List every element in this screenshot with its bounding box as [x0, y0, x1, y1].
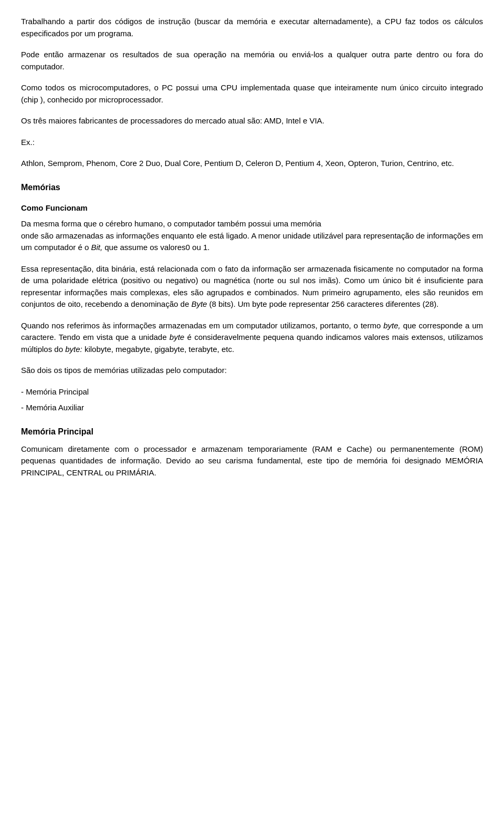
section-memorias-text: Memórias: [21, 183, 60, 192]
section-memoria-principal-heading: Memória Principal: [21, 426, 483, 438]
para7b-span: que assume os valores0 ou 1.: [104, 243, 209, 252]
para9-text: Quando nos referimos às informações arma…: [21, 320, 483, 356]
para9-main-span: Quando nos referimos às informações arma…: [21, 321, 381, 330]
para7-span: onde são armazenadas as informações enqu…: [21, 231, 483, 252]
paragraph-1: Trabalhando a partir dos códigos de inst…: [21, 16, 483, 39]
para3-text: Como todos os microcomputadores, o PC po…: [21, 82, 483, 106]
paragraph-3: Como todos os microcomputadores, o PC po…: [21, 82, 483, 106]
byte3-italic-span: byte: [170, 333, 184, 341]
list2-text: - Memória Auxiliar: [21, 402, 483, 414]
para8-text: Essa representação, dita binária, está r…: [21, 263, 483, 310]
para1-text: Trabalhando a partir dos códigos de inst…: [21, 16, 483, 39]
para6-span: Da mesma forma que o cérebro humano, o c…: [21, 219, 321, 228]
sub-como-funcionam-heading: Como Funcionam: [21, 202, 483, 214]
para4-text: Os três maiores fabricantes de processad…: [21, 115, 483, 127]
page-container: Trabalhando a partir dos códigos de inst…: [0, 0, 504, 829]
para10-text: São dois os tipos de memórias utilizadas…: [21, 365, 483, 377]
para7-text-span: onde são armazenadas as informações enqu…: [21, 231, 483, 252]
ex-label-text: Ex.:: [21, 137, 483, 149]
ex-label-block: Ex.:: [21, 137, 483, 149]
para11-text: Comunicam diretamente com o processador …: [21, 443, 483, 479]
paragraph-4: Os três maiores fabricantes de processad…: [21, 115, 483, 127]
para2-text: Pode então armazenar os resultados de su…: [21, 49, 483, 72]
list-item-2: - Memória Auxiliar: [21, 402, 483, 414]
paragraph-10: São dois os tipos de memórias utilizadas…: [21, 365, 483, 377]
bit-italic-span: Bit,: [91, 243, 102, 252]
paragraph-6-7: Da mesma forma que o cérebro humano, o c…: [21, 218, 483, 254]
para6-text: Da mesma forma que o cérebro humano, o c…: [21, 218, 483, 254]
paragraph-2: Pode então armazenar os resultados de su…: [21, 49, 483, 72]
byte-italic-span: Byte: [191, 299, 207, 308]
paragraph-11: Comunicam diretamente com o processador …: [21, 443, 483, 479]
para8b-span: (8 bits). Um byte pode representar 256 c…: [209, 299, 439, 308]
para9d-span: kilobyte, megabyte, gigabyte, terabyte, …: [85, 345, 234, 354]
sub-como-funcionam-text: Como Funcionam: [21, 203, 88, 212]
list-item-1: - Memória Principal: [21, 386, 483, 398]
paragraph-5: Athlon, Semprom, Phenom, Core 2 Duo, Dua…: [21, 158, 483, 170]
para5-text: Athlon, Semprom, Phenom, Core 2 Duo, Dua…: [21, 158, 483, 170]
section-memorias-heading: Memórias: [21, 181, 483, 194]
list1-text: - Memória Principal: [21, 386, 483, 398]
byte4-italic-span: byte:: [65, 345, 82, 354]
paragraph-9: Quando nos referimos às informações arma…: [21, 320, 483, 356]
section-memoria-principal-text: Memória Principal: [21, 427, 93, 436]
byte2-italic-span: byte,: [383, 321, 401, 330]
paragraph-8: Essa representação, dita binária, está r…: [21, 263, 483, 310]
